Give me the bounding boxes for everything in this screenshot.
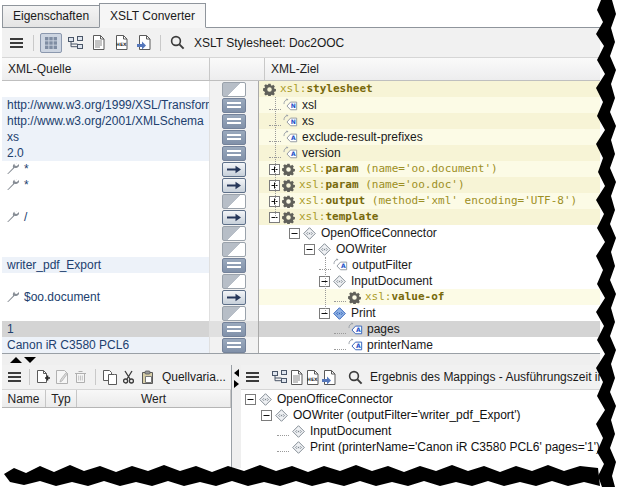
collapse-icon[interactable] (304, 244, 315, 255)
new-item-icon[interactable] (36, 368, 52, 386)
source-value-cell[interactable]: $oo.document (2, 289, 210, 305)
menu-icon[interactable] (7, 368, 23, 386)
result-node-label[interactable]: Print (printerName='Canon iR C3580 PCL6'… (310, 439, 600, 455)
hex-view-icon[interactable]: HEX (111, 34, 131, 52)
horizontal-splitter[interactable] (2, 353, 600, 365)
target-node-label[interactable]: xs (302, 113, 314, 129)
constant-mapping-button[interactable] (222, 146, 246, 161)
no-mapping-button[interactable] (222, 306, 246, 321)
collapse-icon[interactable] (261, 410, 272, 421)
target-node-cell: Nxsl (259, 97, 600, 113)
source-value-cell[interactable]: writer_pdf_Export (2, 257, 210, 273)
export-view-icon[interactable] (134, 34, 154, 52)
source-value-text: writer_pdf_Export (7, 257, 101, 273)
vertical-splitter[interactable] (232, 365, 241, 468)
source-value-cell[interactable]: * (2, 161, 210, 177)
constant-mapping-button[interactable] (222, 130, 246, 145)
arrow-mapping-button[interactable] (222, 210, 246, 225)
constant-mapping-button[interactable] (222, 338, 246, 353)
paste-icon[interactable] (139, 368, 155, 386)
source-value-cell[interactable]: http://www.w3.org/1999/XSL/Transform (2, 97, 210, 113)
xsl-instruction-name: param (326, 162, 359, 175)
element-icon (274, 408, 289, 423)
element-icon (317, 242, 332, 257)
target-node-label[interactable]: OpenOfficeConnector (321, 225, 437, 241)
target-node-label[interactable]: OOWriter (336, 241, 386, 257)
source-value-cell[interactable]: Canon iR C3580 PCL6 (2, 337, 210, 353)
target-node-label[interactable]: xsl (302, 97, 317, 113)
constant-mapping-button[interactable] (222, 258, 246, 273)
target-node-label[interactable]: InputDocument (351, 273, 432, 289)
target-node-label[interactable]: Print (351, 305, 376, 321)
tree-connector (334, 293, 346, 302)
attribute-icon-blue: A (348, 322, 363, 336)
arrow-mapping-button[interactable] (222, 290, 246, 305)
svg-text:A: A (356, 342, 361, 349)
splitter-up-icon[interactable] (10, 357, 22, 363)
svg-text:A: A (341, 262, 346, 269)
mapping-row: *xsl:param (name='oo.doc') (2, 177, 600, 193)
grid-view-icon[interactable] (40, 33, 62, 53)
arrow-mapping-button[interactable] (222, 162, 246, 177)
source-value-cell[interactable]: http://www.w3.org/2001/XMLSchema (2, 113, 210, 129)
column-header-wert[interactable]: Wert (77, 390, 231, 407)
target-node-label[interactable]: xsl:output (method='xml' encoding='UTF-8… (299, 193, 577, 209)
tab-xslt-converter[interactable]: XSLT Converter (99, 3, 206, 28)
source-value-cell[interactable]: 2.0 (2, 145, 210, 161)
structure-view-icon[interactable] (272, 368, 287, 386)
attribute-icon: A (283, 146, 298, 160)
splitter-down-icon[interactable] (24, 357, 36, 363)
target-node-label[interactable]: version (302, 145, 341, 161)
tab-eigenschaften[interactable]: Eigenschaften (2, 5, 100, 27)
no-mapping-button[interactable] (222, 194, 246, 209)
hex-view-icon[interactable]: HEX (306, 368, 319, 386)
mapping-button-cell (210, 289, 259, 305)
mapping-row: http://www.w3.org/1999/XSL/TransformNxsl (2, 97, 600, 113)
result-node-label[interactable]: OpenOfficeConnector (277, 391, 393, 407)
arrow-mapping-button[interactable] (222, 178, 246, 193)
tree-connector (334, 325, 346, 334)
search-icon[interactable] (348, 368, 363, 386)
copy-icon[interactable] (102, 368, 118, 386)
no-mapping-button[interactable] (222, 226, 246, 241)
target-node-label[interactable]: xsl:param (name='oo.document') (299, 161, 498, 177)
target-node-label[interactable]: xsl:template (299, 209, 378, 225)
text-view-icon[interactable] (88, 34, 108, 52)
no-mapping-button[interactable] (222, 242, 246, 257)
target-node-label[interactable]: outputFilter (352, 257, 412, 273)
target-node-label[interactable]: xsl:stylesheet (280, 81, 373, 97)
target-node-label[interactable]: xsl:param (name='oo.doc') (299, 177, 465, 193)
target-node-label[interactable]: pages (367, 321, 400, 337)
xsl-prefix: xsl: (365, 290, 392, 303)
collapse-icon[interactable] (245, 394, 256, 405)
no-mapping-button[interactable] (222, 82, 246, 97)
delete-icon[interactable] (73, 368, 89, 386)
edit-icon[interactable] (54, 368, 70, 386)
constant-mapping-button[interactable] (222, 98, 246, 113)
target-node-label[interactable]: exclude-result-prefixes (302, 129, 423, 145)
column-header-name[interactable]: Name (2, 390, 46, 407)
constant-mapping-button[interactable] (222, 322, 246, 337)
column-header-typ[interactable]: Typ (46, 390, 77, 407)
menu-icon[interactable] (7, 34, 27, 52)
splitter-right-icon[interactable] (234, 380, 239, 388)
cut-icon[interactable] (120, 368, 136, 386)
constant-mapping-button[interactable] (222, 114, 246, 129)
target-node-label[interactable]: xsl:value-of (365, 289, 444, 305)
source-value-cell[interactable]: * (2, 177, 210, 193)
collapse-icon[interactable] (289, 228, 300, 239)
menu-icon[interactable] (246, 368, 260, 386)
no-mapping-button[interactable] (222, 274, 246, 289)
source-value-cell[interactable]: 1 (2, 321, 210, 337)
export-view-icon[interactable] (322, 368, 336, 386)
text-view-icon[interactable] (290, 368, 303, 386)
result-node-label[interactable]: OOWriter (outputFilter='writer_pdf_Expor… (293, 407, 520, 423)
splitter-left-icon[interactable] (234, 369, 239, 377)
source-value-cell[interactable]: xs (2, 129, 210, 145)
search-icon[interactable] (167, 34, 187, 52)
structure-view-icon[interactable] (65, 34, 85, 52)
target-node-label[interactable]: printerName (367, 337, 433, 353)
source-value-cell[interactable]: / (2, 209, 210, 225)
element-icon (291, 440, 306, 455)
result-node-label[interactable]: InputDocument (310, 423, 391, 439)
